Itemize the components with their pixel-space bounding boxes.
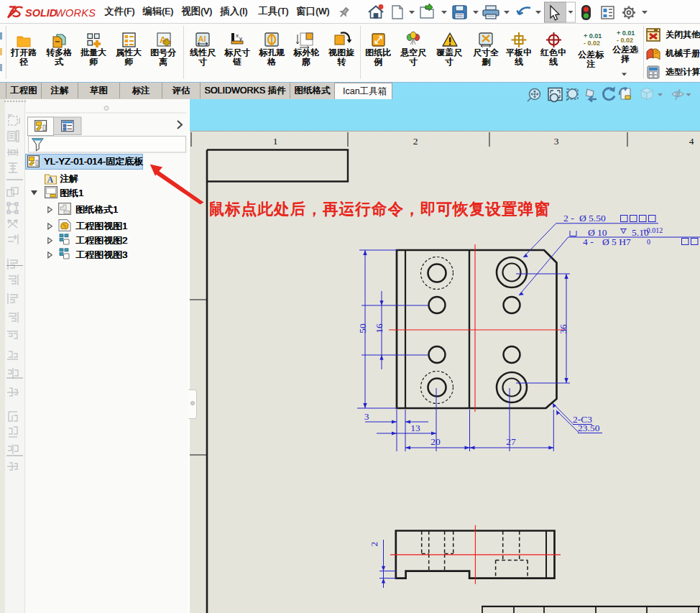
svg-text:SOLID: SOLID	[25, 7, 57, 19]
svg-text:1: 1	[273, 136, 278, 147]
svg-text:4: 4	[689, 136, 694, 147]
svg-text:2: 2	[369, 542, 379, 547]
svg-text:50: 50	[357, 323, 368, 333]
svg-text:3: 3	[364, 411, 369, 422]
svg-text:WORKS: WORKS	[55, 7, 96, 19]
svg-text:2: 2	[413, 136, 418, 147]
svg-text:AI: AI	[198, 34, 206, 43]
svg-text:Ø 5 H7: Ø 5 H7	[602, 236, 631, 247]
svg-text:0: 0	[647, 238, 650, 246]
svg-text:4 -: 4 -	[583, 236, 594, 247]
svg-text:23.50: 23.50	[578, 423, 600, 433]
svg-text:x: x	[236, 32, 239, 39]
svg-text:16: 16	[374, 323, 384, 333]
svg-text:36: 36	[558, 324, 568, 334]
svg-text:2 -: 2 -	[563, 213, 574, 223]
svg-text:27: 27	[506, 436, 516, 447]
svg-text:+0.012: +0.012	[643, 226, 663, 234]
svg-text:20: 20	[430, 436, 441, 447]
svg-text:y: y	[239, 35, 242, 42]
svg-text:3: 3	[554, 136, 559, 147]
svg-text:- 0.02: - 0.02	[584, 40, 600, 47]
svg-text:Ø 5.50: Ø 5.50	[579, 213, 606, 223]
svg-text:+ 0.01: + 0.01	[584, 32, 602, 40]
svg-text:+ 0.01: + 0.01	[617, 29, 635, 37]
svg-text:A: A	[47, 175, 54, 185]
svg-text:13: 13	[410, 423, 420, 433]
svg-text:- 0.02: - 0.02	[617, 37, 633, 44]
